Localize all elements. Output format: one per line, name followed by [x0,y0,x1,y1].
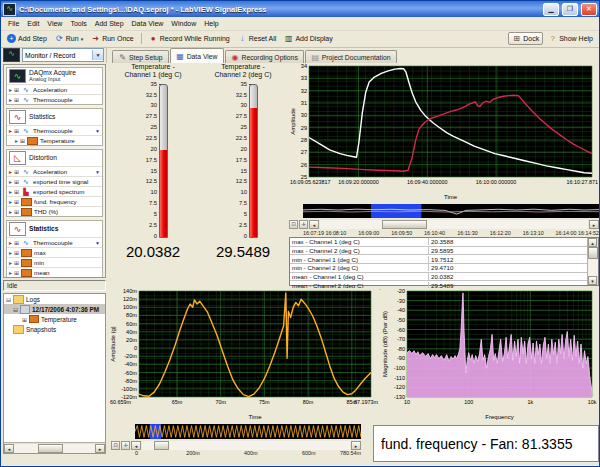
tab-step-setup[interactable]: ✎Step Setup [112,50,169,63]
run-step-icon[interactable]: ▸ [9,259,12,266]
expand-icon[interactable]: ⊞ [14,127,19,134]
run-step-icon[interactable]: ▸ [9,208,12,215]
step-row-thermocouple[interactable]: ▸⊞∿Thermocouple [7,94,102,104]
step-row-mean[interactable]: ▸⊞mean [7,267,102,277]
scroll-left-icon[interactable]: ◂ [4,444,14,453]
table-row[interactable]: max - Channel 1 (deg C)20.3588 [290,238,587,247]
acceleration-overview-strip[interactable] [135,424,361,439]
menu-file[interactable]: File [4,19,23,28]
title-bar[interactable]: ∿ C:\Documents and Settings\...\DAQ.sepr… [1,1,599,17]
menu-window[interactable]: Window [167,19,200,28]
tab-project-documentation[interactable]: ▤Project Documentation [305,50,397,63]
run-step-icon[interactable]: ▸ [9,168,12,175]
expand-icon[interactable]: ⊞ [14,178,19,185]
step-row-thd[interactable]: ▸⊞THD (%) [7,206,102,216]
minimize-button[interactable]: ▁ [543,3,559,16]
expand-icon[interactable]: ⊞ [14,86,19,93]
step-row-max[interactable]: ▸⊞max [7,247,102,257]
maximize-button[interactable]: ❐ [562,3,578,16]
run-once-button[interactable]: ➜Run Once [88,33,137,44]
snapshots-row[interactable]: Snapshots [4,324,105,334]
chevron-down-icon[interactable]: ▼ [95,169,100,175]
expand-icon[interactable]: ⊞ [14,168,19,175]
scroll-right-icon[interactable]: ▸ [95,444,105,453]
step-header-daqmx-acquire[interactable]: ∿DAQmx AcquireAnalog Input [7,68,102,84]
tab-recording-options[interactable]: ◉Recording Options [225,50,304,63]
run-step-icon[interactable]: ▸ [9,188,12,195]
run-step-icon[interactable]: ▸ [9,249,12,256]
table-row[interactable]: min - Channel 2 (deg C)29.4710 [290,264,587,273]
scroll-left-icon[interactable]: ◂ [131,441,141,450]
run-step-icon[interactable]: ▸ [9,198,12,205]
step-row-min[interactable]: ▸⊞min [7,257,102,267]
logs-horizontal-scrollbar[interactable]: ◂ ▸ [4,442,105,453]
table-row[interactable]: min - Channel 1 (deg C)19.7512 [290,255,587,264]
collapse-icon[interactable]: ⊟ [13,306,18,313]
run-button[interactable]: ⟳Run▾ [52,33,86,44]
log-channel-row[interactable]: ⊞ Temperature [4,314,105,324]
scroll-up-icon[interactable]: ▴ [588,238,597,247]
show-help-button[interactable]: ?Show Help [545,33,596,44]
chevron-down-icon[interactable]: ▼ [95,128,100,134]
step-row-thermocouple[interactable]: ▸⊞∿Thermocouple▼ [7,237,102,247]
expand-icon[interactable]: ⊞ [14,239,19,246]
pan-tool-icon[interactable]: ✛ [299,220,308,229]
menu-edit[interactable]: Edit [23,19,43,28]
log-entry-row[interactable]: ⊟ 12/17/2006 4:07:36 PM [4,304,105,314]
expand-icon[interactable]: ⊞ [22,316,27,323]
menu-help[interactable]: Help [200,19,222,28]
collapse-icon[interactable]: ⊟ [6,296,11,303]
zoom-tool-icon[interactable]: ⊡ [111,441,120,450]
record-while-running-button[interactable]: ●Record While Running [146,33,233,44]
expand-icon[interactable]: ⊞ [14,249,19,256]
step-row-exported-time-signal[interactable]: ▸⊞∿exported time signal [7,176,102,186]
logs-root-row[interactable]: ⊟ Logs [4,294,105,304]
acceleration-chart-scrollbar[interactable]: ⊡ ✛ ◂ ▸ [111,440,361,450]
expand-icon[interactable]: ⊞ [14,96,19,103]
menu-data-view[interactable]: Data View [128,19,168,28]
pan-tool-icon[interactable]: ✛ [121,441,130,450]
step-header-distortion[interactable]: ◺Distortion [7,150,102,166]
menu-add-step[interactable]: Add Step [91,19,128,28]
expand-icon[interactable]: ⊞ [14,198,19,205]
run-step-icon[interactable]: ▸ [9,239,12,246]
step-row-thermocouple[interactable]: ▸⊞∿Thermocouple▼ [7,125,102,135]
add-display-button[interactable]: ▥Add Display [281,33,335,44]
menu-tools[interactable]: Tools [66,19,90,28]
temperature-chart-scrollbar[interactable]: ⊡ ✛ ◂ ▸ [289,219,599,229]
close-button[interactable]: ✕ [581,3,597,16]
expand-icon[interactable]: ⊞ [14,188,19,195]
spectrum-chart[interactable]: -20-30-40-50-60-70-80-90-100-110-120-130… [381,288,599,421]
menu-view[interactable]: View [43,19,66,28]
dock-button[interactable]: ⊞Dock [508,32,543,45]
step-row-acceleration[interactable]: ▸⊞∿Acceleration [7,84,102,94]
run-dropdown-icon[interactable]: ▾ [81,36,84,42]
expand-icon[interactable]: ⊞ [14,259,19,266]
scroll-right-icon[interactable]: ▸ [589,220,599,229]
chevron-down-icon[interactable]: ▼ [95,240,100,246]
table-row[interactable]: mean - Channel 1 (deg C)20.0382 [290,273,587,282]
run-step-icon[interactable]: ▸ [9,178,12,185]
acceleration-chart[interactable]: 140m120m100m80m60m40m20m0-20m-40m-60m-80… [109,288,379,421]
run-step-icon[interactable]: ▸ [9,86,12,93]
expand-icon[interactable]: ⊞ [14,208,19,215]
step-row-temperature[interactable]: ▸⊞Temperature [7,135,102,145]
step-row-exported-spectrum[interactable]: ▸⊞▙exported spectrum [7,186,102,196]
chevron-down-icon[interactable]: ▼ [92,50,103,60]
step-row-fund-frequency[interactable]: ▸⊞fund. frequency [7,196,102,206]
step-header-statistics[interactable]: ∿Statistics [7,109,102,125]
scroll-right-icon[interactable]: ▸ [351,441,361,450]
mode-selector[interactable]: Monitor / Record ▼ [22,48,104,62]
temperature-chart[interactable]: 2526272829303132333416:09:05.62381716:09… [289,63,599,201]
reset-all-button[interactable]: ↓Reset All [235,33,280,44]
run-step-icon[interactable]: ▸ [9,127,12,134]
scroll-down-icon[interactable]: ▾ [588,276,597,285]
expand-icon[interactable]: ⊞ [14,269,19,276]
run-step-icon[interactable]: ▸ [9,269,12,276]
tab-data-view[interactable]: ▦Data View [170,48,224,63]
add-step-button[interactable]: +Add Step [4,33,50,44]
table-vertical-scrollbar[interactable]: ▴ ▾ [587,238,598,285]
zoom-tool-icon[interactable]: ⊡ [289,220,298,229]
expand-icon[interactable]: ⊞ [20,137,25,144]
run-step-icon[interactable]: ▸ [9,96,12,103]
